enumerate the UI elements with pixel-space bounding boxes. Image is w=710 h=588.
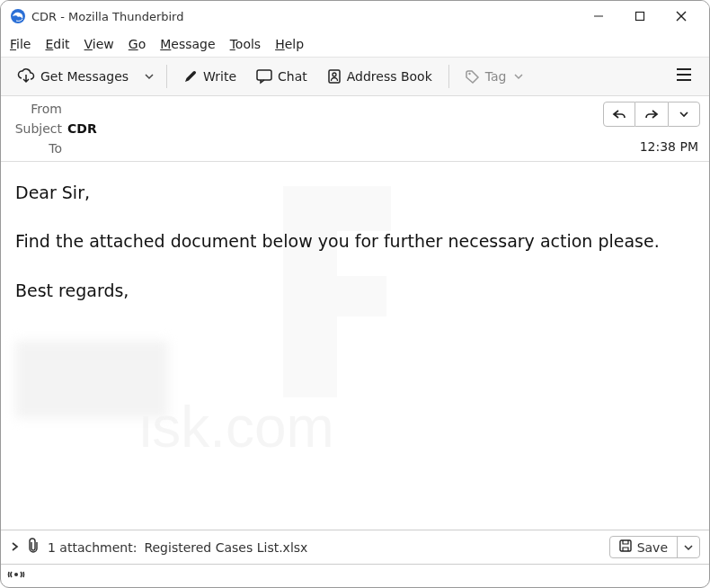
connection-status-icon[interactable] [8, 567, 24, 584]
message-body: Dear Sir, Find the attached document bel… [1, 162, 709, 530]
save-attachment-button[interactable]: Save [610, 537, 677, 557]
menu-tools[interactable]: Tools [230, 37, 262, 51]
get-messages-button[interactable]: Get Messages [10, 66, 136, 87]
tag-label: Tag [485, 69, 507, 84]
write-label: Write [203, 69, 236, 84]
get-messages-label: Get Messages [40, 69, 129, 84]
save-label: Save [637, 540, 668, 555]
title-bar: CDR - Mozilla Thunderbird [1, 1, 709, 31]
svg-rect-6 [257, 70, 271, 80]
download-cloud-icon [17, 69, 35, 84]
subject-value: CDR [67, 121, 596, 136]
attachment-count-label: 1 attachment: [48, 540, 137, 555]
reply-button[interactable] [603, 102, 635, 127]
attachment-filename[interactable]: Registered Cases List.xlsx [144, 540, 307, 555]
more-actions-dropdown[interactable] [668, 102, 700, 127]
window-title: CDR - Mozilla Thunderbird [31, 10, 184, 23]
menu-file[interactable]: File [10, 37, 31, 51]
tag-button[interactable]: Tag [458, 66, 530, 87]
svg-rect-13 [620, 540, 631, 551]
menu-edit[interactable]: Edit [45, 37, 69, 51]
menu-bar: File Edit View Go Message Tools Help [1, 31, 709, 57]
save-icon [619, 539, 632, 555]
pencil-icon [183, 69, 198, 84]
svg-point-14 [14, 573, 18, 576]
address-book-icon [327, 69, 342, 84]
toolbar-separator [448, 65, 449, 88]
get-messages-dropdown[interactable] [141, 68, 157, 85]
attachment-bar: 1 attachment: Registered Cases List.xlsx… [1, 530, 709, 564]
svg-point-9 [468, 73, 470, 75]
menu-message[interactable]: Message [160, 37, 215, 51]
maximize-button[interactable] [619, 3, 661, 30]
address-book-button[interactable]: Address Book [320, 66, 439, 87]
to-label: To [10, 141, 67, 156]
body-paragraph: Find the attached document below you for… [15, 227, 695, 255]
svg-point-8 [333, 73, 336, 76]
from-label: From [10, 102, 67, 116]
thunderbird-icon [10, 8, 26, 24]
svg-rect-3 [636, 13, 644, 21]
save-attachment-button-group: Save [609, 536, 700, 558]
save-attachment-dropdown[interactable] [677, 537, 699, 557]
toolbar-separator [166, 65, 167, 88]
menu-go[interactable]: Go [129, 37, 146, 51]
subject-label: Subject [10, 121, 67, 136]
address-book-label: Address Book [347, 69, 432, 84]
expand-attachments-button[interactable] [10, 540, 19, 555]
window-controls [578, 3, 702, 30]
paperclip-icon [26, 538, 40, 557]
chat-bubble-icon [256, 69, 272, 84]
menu-help[interactable]: Help [275, 37, 304, 51]
body-signoff: Best regards, [15, 276, 695, 305]
close-button[interactable] [661, 3, 702, 30]
message-header: From Subject CDR To 12:38 PM [1, 96, 709, 162]
thunderbird-window: isk.com CDR - Mozilla Thunderbird File E… [0, 0, 710, 588]
body-salutation: Dear Sir, [15, 178, 695, 207]
forward-button[interactable] [635, 102, 668, 127]
message-time: 12:38 PM [640, 139, 700, 154]
chat-label: Chat [278, 69, 307, 84]
tag-icon [466, 69, 480, 84]
signature-redacted [15, 341, 168, 418]
reply-controls [603, 102, 700, 127]
write-button[interactable]: Write [176, 66, 244, 87]
main-toolbar: Get Messages Write Chat Address Book Tag [1, 57, 709, 96]
menu-view[interactable]: View [84, 37, 114, 51]
minimize-button[interactable] [578, 3, 619, 30]
status-bar [1, 564, 709, 587]
app-menu-button[interactable] [668, 61, 700, 92]
chat-button[interactable]: Chat [249, 66, 315, 87]
